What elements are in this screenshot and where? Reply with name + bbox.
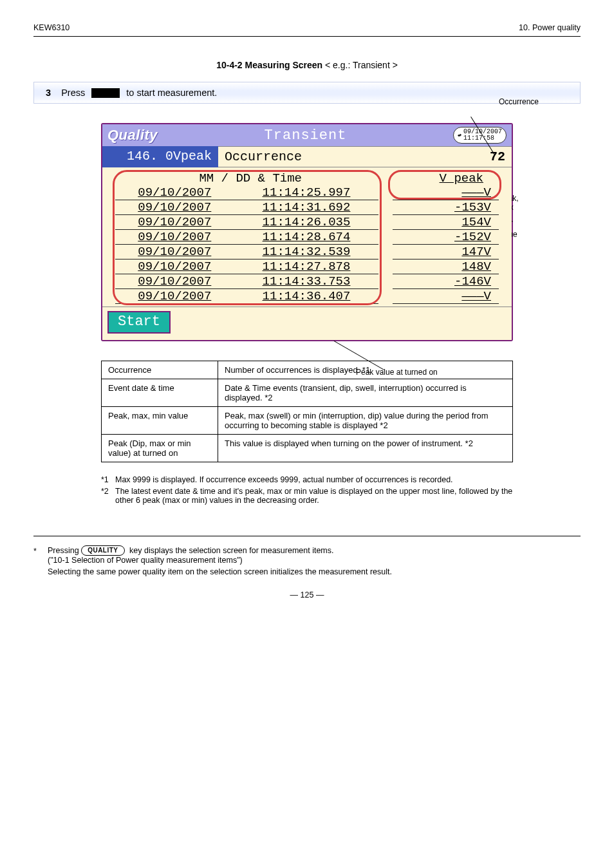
screen-title: Transient [158, 127, 453, 144]
footnote-key: *1 [101, 475, 115, 484]
footnote-key: *2 [101, 487, 115, 505]
table-row: 09/10/200711:14:36.407———V [115, 289, 499, 304]
cell-date: 09/10/2007 [115, 245, 234, 259]
cell-value: 148V [386, 259, 499, 274]
footnote-star: * [33, 547, 48, 556]
cell-time: 11:14:32.539 [234, 245, 386, 259]
start-button-placeholder [91, 88, 120, 98]
cell-value: -152V [386, 230, 499, 245]
cell-value: ———V [386, 185, 499, 200]
def-key: Peak (Dip, max or min value) at turned o… [102, 435, 218, 462]
def-row: Peak, max, min valuePeak, max (swell) or… [102, 407, 513, 435]
callout-occurrence: Occurrence [499, 97, 539, 106]
definition-table: OccurrenceNumber of occurrences is displ… [101, 361, 513, 462]
running-head-left: KEW6310 [33, 23, 70, 32]
cell-time: 11:14:27.878 [234, 259, 386, 274]
device-screen: Quality Transient ↫ 09/10/2007 11:17:58 … [101, 123, 513, 341]
table-row: 09/10/200711:14:28.674-152V [115, 230, 499, 245]
foot-line3: Selecting the same power quality item on… [48, 567, 581, 576]
cell-date: 09/10/2007 [115, 289, 234, 304]
caption-main: 10-4-2 Measuring Screen [216, 60, 322, 70]
summary-row: 146. 0Vpeak Occurrence 72 [102, 146, 512, 167]
cell-date: 09/10/2007 [115, 185, 234, 200]
table-row: 09/10/200711:14:27.878148V [115, 259, 499, 274]
table-row: 09/10/200711:14:25.997———V [115, 185, 499, 200]
cell-value: 147V [386, 245, 499, 259]
plug-icon: ↫ [458, 131, 461, 139]
table-row: 09/10/200711:14:32.539147V [115, 245, 499, 259]
running-head-right: 10. Power quality [519, 23, 581, 32]
table-row: 09/10/200711:14:33.753-146V [115, 274, 499, 289]
def-val: Date & Time events (transient, dip, swel… [218, 379, 513, 407]
table-row: 09/10/200711:14:26.035154V [115, 215, 499, 230]
col-date-time: MM / DD & Time [115, 171, 386, 185]
def-key: Peak, max, min value [102, 407, 218, 435]
cell-time: 11:14:31.692 [234, 200, 386, 215]
def-val: This value is displayed when turning on … [218, 435, 513, 462]
cell-time: 11:14:33.753 [234, 274, 386, 289]
foot-pressing: Pressing [48, 546, 79, 555]
footnote-row: *2 The latest event date & time and it's… [101, 487, 513, 505]
footnote-row: *1 Max 9999 is displayed. If occurrence … [101, 475, 513, 484]
footnotes: *1 Max 9999 is displayed. If occurrence … [101, 475, 513, 505]
peak-value: 146. 0Vpeak [102, 146, 218, 167]
page-footnote: * Pressing QUALITY key displays the sele… [33, 545, 581, 565]
occurrence-count: 72 [422, 146, 512, 167]
def-row: Event date & timeDate & Time events (tra… [102, 379, 513, 407]
cell-time: 11:14:36.407 [234, 289, 386, 304]
event-table-head: MM / DD & Time V peak [115, 171, 499, 185]
def-row: OccurrenceNumber of occurrences is displ… [102, 361, 513, 379]
foot-mid2: ("10-1 Selection of Power quality measur… [48, 556, 243, 565]
footnote-text: Max 9999 is displayed. If occurrence exc… [115, 475, 453, 484]
cell-value: -146V [386, 274, 499, 289]
cell-time: 11:14:28.674 [234, 230, 386, 245]
cell-date: 09/10/2007 [115, 259, 234, 274]
step-after-label: to start measurement. [126, 88, 217, 98]
caption-example: < e.g.: Transient > [325, 60, 398, 70]
def-key: Event date & time [102, 379, 218, 407]
cell-value: -153V [386, 200, 499, 215]
step-number: 3 [46, 88, 51, 98]
def-val: Peak, max (swell) or min (interruption, … [218, 407, 513, 435]
callout-turned-on: Peak value at turned on [356, 368, 438, 377]
col-vpeak: V peak [386, 171, 499, 185]
quality-key-icon: QUALITY [81, 545, 124, 556]
table-row: 09/10/200711:14:31.692-153V [115, 200, 499, 215]
def-key: Occurrence [102, 361, 218, 379]
footer-rule [33, 536, 581, 536]
def-row: Peak (Dip, max or min value) at turned o… [102, 435, 513, 462]
start-button[interactable]: Start [107, 311, 171, 334]
figure-caption: 10-4-2 Measuring Screen < e.g.: Transien… [33, 60, 581, 70]
device-title-bar: Quality Transient ↫ 09/10/2007 11:17:58 [102, 124, 512, 146]
clock-time: 11:17:58 [463, 135, 502, 142]
cell-time: 11:14:25.997 [234, 185, 386, 200]
cell-date: 09/10/2007 [115, 200, 234, 215]
page-number: ― 125 ― [33, 590, 581, 599]
cell-date: 09/10/2007 [115, 230, 234, 245]
event-table: MM / DD & Time V peak 09/10/200711:14:25… [115, 171, 499, 304]
step-press-label: Press [61, 88, 85, 98]
cell-value: ———V [386, 289, 499, 304]
clock-widget: ↫ 09/10/2007 11:17:58 [453, 127, 507, 144]
cell-date: 09/10/2007 [115, 215, 234, 230]
footnote-text: The latest event date & time and it's pe… [115, 487, 513, 505]
cell-time: 11:14:26.035 [234, 215, 386, 230]
cell-date: 09/10/2007 [115, 274, 234, 289]
occurrence-label: Occurrence [218, 146, 422, 167]
quality-logo: Quality [107, 127, 158, 144]
header-rule [33, 36, 581, 37]
cell-value: 154V [386, 215, 499, 230]
foot-mid1: key displays the selection screen for me… [129, 546, 334, 555]
